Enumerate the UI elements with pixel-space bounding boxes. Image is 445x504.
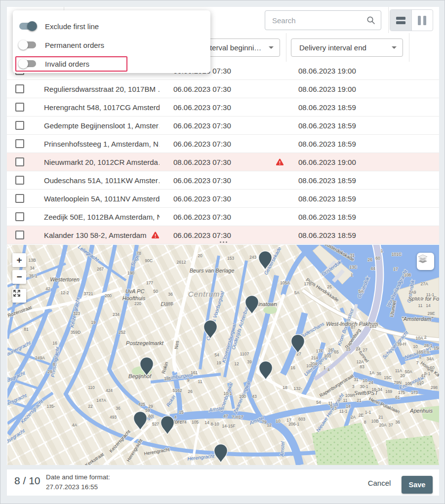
cancel-button[interactable]: Cancel	[362, 476, 397, 489]
map-pin[interactable]	[161, 416, 174, 435]
map-layers-button[interactable]	[417, 253, 434, 270]
map-housenumber: 267	[97, 267, 104, 271]
map-housenumber: 36	[376, 371, 381, 376]
row-checkbox[interactable]	[15, 212, 24, 221]
row-extra-cell	[409, 62, 439, 79]
row-checkbox[interactable]	[15, 139, 24, 148]
map-housenumber: 169	[385, 389, 392, 394]
map-housenumber: 5A	[359, 289, 364, 294]
map-housenumber: 5A	[294, 290, 300, 295]
permanent-orders-toggle[interactable]	[19, 40, 36, 50]
map-housenumber: 90C	[145, 258, 153, 263]
map-housenumber: 17F	[316, 349, 324, 353]
map-housenumber: 20	[400, 373, 405, 378]
map-housenumber: 106	[405, 381, 412, 386]
map-housenumber: 17	[286, 418, 291, 423]
row-address-cell: Reguliersdwarsstraat 20, 1017BM …	[33, 80, 163, 98]
map-pin[interactable]	[214, 444, 228, 463]
map-label: Herengracht	[187, 453, 215, 462]
map-label: "Amsterdam"	[402, 316, 434, 322]
row-interval-end-cell: 08.06.2023 18:59	[286, 171, 409, 189]
map-pin[interactable]	[134, 412, 147, 430]
row-checkbox[interactable]	[15, 157, 24, 166]
row-checkbox[interactable]	[15, 194, 24, 203]
row-checkbox[interactable]	[15, 176, 24, 185]
map-housenumber: 24	[368, 380, 373, 385]
map-housenumber: 34	[30, 266, 35, 271]
map-fullscreen-button[interactable]	[12, 289, 26, 303]
map-housenumber: 19	[91, 320, 96, 325]
map-housenumber: 37	[388, 423, 393, 427]
map-housenumber: 20	[198, 253, 202, 258]
map-housenumber: 5	[330, 404, 333, 409]
table-row[interactable]: Gedempte Begijnensloot 1, Amster…06.06.2…	[7, 116, 439, 135]
row-checkbox-cell	[7, 98, 33, 116]
map[interactable]: SingelLeliegrachtKeizersgrachtPrinsengra…	[7, 245, 439, 465]
map-label: Amstel	[279, 441, 285, 457]
map-zoom-in-button[interactable]: +	[12, 253, 26, 267]
search-icon	[366, 16, 375, 25]
row-interval-end-cell: 08.06.2023 18:59	[286, 116, 409, 134]
map-housenumber: 425	[138, 402, 145, 407]
save-button[interactable]: Save	[402, 476, 433, 494]
map-housenumber: 100	[239, 394, 246, 399]
map-housenumber: 11	[198, 379, 202, 384]
map-housenumber: 493	[110, 415, 117, 420]
table-row[interactable]: Waterlooplein 5A, 1011NV Amsterd…06.06.2…	[7, 190, 439, 208]
map-housenumber: 59	[145, 408, 150, 413]
map-housenumber: 132-	[293, 386, 302, 391]
map-housenumber: 243	[249, 255, 256, 260]
search-input[interactable]	[265, 11, 381, 30]
columns-view-icon	[418, 16, 426, 25]
row-interval-begin-cell: 06.06.2023 07:30	[163, 116, 286, 134]
row-extra-cell	[409, 116, 439, 134]
table-row[interactable]: Nieuwmarkt 20, 1012CR Amsterda…08.06.202…	[7, 153, 439, 171]
exclude-first-line-toggle[interactable]	[19, 21, 36, 31]
map-housenumber: 16	[290, 365, 295, 370]
table-row[interactable]: Reguliersdwarsstraat 20, 1017BM …06.06.2…	[7, 80, 439, 98]
map-housenumber: 21	[378, 415, 383, 420]
row-checkbox-cell	[7, 153, 33, 171]
invalid-orders-toggle[interactable]	[19, 59, 36, 69]
row-interval-begin-cell: 06.06.2023 07:30	[163, 135, 286, 153]
row-checkbox[interactable]	[15, 121, 24, 130]
map-housenumber: 110	[88, 385, 95, 390]
row-address-cell: Gedempte Begijnensloot 1, Amster…	[33, 116, 163, 134]
map-housenumber: 94-1	[414, 296, 423, 301]
map-housenumber: 41	[421, 373, 426, 378]
header-select-interval-end[interactable]: Delivery interval end	[291, 39, 403, 57]
row-checkbox[interactable]	[15, 103, 24, 112]
map-housenumber: 252	[119, 330, 125, 335]
filter-row-invalid-orders: Invalid orders	[13, 54, 210, 73]
view-rows-button[interactable]	[390, 10, 411, 31]
map-zoom-out-button[interactable]: −	[12, 270, 26, 284]
map-housenumber: 22	[88, 404, 93, 409]
map-housenumber: 28-1	[424, 343, 432, 348]
row-interval-begin-cell: 06.06.2023 07:30	[163, 208, 286, 226]
row-address-cell: Waterlooplein 5A, 1011NV Amsterd…	[33, 190, 163, 207]
map-housenumber: 105	[192, 420, 199, 425]
map-housenumber: 527	[152, 422, 159, 426]
table-row[interactable]: Oudeschans 51A, 1011KW Amster…06.06.2023…	[7, 171, 439, 190]
row-interval-begin-cell: 06.06.2023 07:30	[163, 80, 286, 98]
map-housenumber: 24	[356, 347, 361, 351]
map-housenumber: 11A	[395, 368, 403, 373]
map-housenumber: 11	[343, 398, 348, 403]
rows-view-icon	[396, 17, 405, 24]
table-row[interactable]: Prinsenhofssteeg 1, Amsterdam, N…06.06.2…	[7, 135, 439, 153]
toolbar-divider-2	[388, 7, 389, 33]
chevron-down-icon	[392, 46, 397, 49]
row-extra-cell	[409, 153, 439, 171]
date-format-value: 27.07.2023 16:55	[46, 483, 98, 491]
split-drag-handle[interactable]	[213, 239, 233, 244]
row-checkbox[interactable]	[15, 84, 24, 93]
map-housenumber: 3	[334, 406, 337, 411]
map-housenumber: 103	[324, 353, 331, 358]
row-checkbox[interactable]	[15, 231, 24, 239]
view-columns-button[interactable]	[411, 10, 433, 31]
map-housenumber: 29E	[427, 311, 435, 316]
map-housenumber: 105A	[280, 280, 290, 285]
table-row[interactable]: Zeedijk 50E, 1012BA Amsterdam, N…06.06.2…	[7, 208, 439, 226]
row-interval-end-cell: 08.06.2023 18:59	[286, 190, 409, 207]
table-row[interactable]: Herengracht 548, 1017CG Amsterd…06.06.20…	[7, 98, 439, 116]
